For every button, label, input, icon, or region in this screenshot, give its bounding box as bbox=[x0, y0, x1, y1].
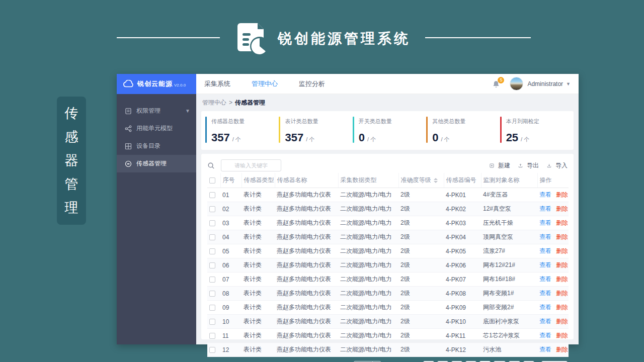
delete-link[interactable]: 删除 bbox=[556, 332, 568, 339]
table-row: 09表计类燕赵多功能电力仪表二次能源/电力/电力2级4-PK09网部变频2#查看… bbox=[207, 301, 569, 315]
cell-data-type: 二次能源/电力/电力 bbox=[338, 230, 398, 244]
banner-char: 理 bbox=[65, 201, 78, 215]
row-checkbox[interactable] bbox=[209, 347, 215, 353]
view-link[interactable]: 查看 bbox=[539, 346, 551, 353]
delete-link[interactable]: 删除 bbox=[556, 247, 568, 254]
notification-bell-button[interactable]: 5 bbox=[492, 78, 503, 90]
cell-no: 12 bbox=[220, 343, 242, 357]
row-checkbox[interactable] bbox=[209, 248, 215, 254]
row-checkbox[interactable] bbox=[209, 192, 215, 198]
breadcrumb: 管理中心>传感器管理 bbox=[201, 97, 574, 111]
table-row: 03表计类燕赵多功能电力仪表二次能源/电力/电力2级4-PK03压光机干燥查看删… bbox=[207, 216, 569, 230]
table-row: 12表计类燕赵多功能电力仪表二次能源/电力/电力2级4-PK12污水池查看删除 bbox=[207, 343, 569, 357]
new-file-icon bbox=[490, 162, 496, 169]
select-all-checkbox[interactable] bbox=[209, 177, 215, 184]
row-checkbox[interactable] bbox=[209, 291, 215, 297]
view-link[interactable]: 查看 bbox=[539, 247, 551, 254]
toolbar-buttons: 新建导出导入 bbox=[481, 161, 568, 170]
user-name[interactable]: Administrator bbox=[527, 80, 563, 87]
tab-collection-system[interactable]: 采集系统 bbox=[204, 79, 230, 88]
cell-target: 污水池 bbox=[481, 343, 537, 357]
import-button[interactable]: 导入 bbox=[547, 161, 568, 170]
avatar[interactable] bbox=[510, 77, 523, 90]
sidebar-item-label: 设备目录 bbox=[136, 142, 160, 150]
delete-link[interactable]: 删除 bbox=[556, 318, 568, 325]
row-checkbox[interactable] bbox=[209, 206, 215, 212]
delete-link[interactable]: 删除 bbox=[556, 233, 568, 240]
cell-accuracy: 2级 bbox=[398, 301, 444, 315]
cell-target: 底面衬冲浆泵 bbox=[481, 315, 537, 329]
view-link[interactable]: 查看 bbox=[539, 205, 551, 212]
delete-link[interactable]: 删除 bbox=[556, 304, 568, 311]
column-accuracy[interactable]: 准确度等级 bbox=[398, 173, 444, 188]
button-label: 导出 bbox=[527, 161, 539, 170]
sidebar-item-permission-management[interactable]: 权限管理▼ bbox=[117, 102, 196, 120]
cell-type: 表计类 bbox=[242, 230, 275, 244]
breadcrumb-parent[interactable]: 管理中心 bbox=[202, 99, 226, 106]
create-button[interactable]: 新建 bbox=[490, 161, 510, 170]
chevron-down-icon[interactable]: ▼ bbox=[566, 81, 571, 86]
sidebar-logo-text: 锐创云能源 bbox=[137, 79, 173, 88]
view-link[interactable]: 查看 bbox=[539, 290, 551, 297]
row-checkbox[interactable] bbox=[209, 333, 215, 339]
delete-link[interactable]: 删除 bbox=[556, 191, 568, 198]
cell-type: 表计类 bbox=[242, 273, 275, 287]
view-link[interactable]: 查看 bbox=[539, 233, 551, 240]
cell-name: 燕赵多功能电力仪表 bbox=[275, 273, 338, 287]
view-link[interactable]: 查看 bbox=[539, 191, 551, 198]
row-checkbox[interactable] bbox=[209, 319, 215, 325]
cell-type: 表计类 bbox=[242, 216, 275, 230]
cell-target: 网布变频1# bbox=[481, 287, 537, 301]
sort-icon[interactable] bbox=[434, 178, 438, 183]
search-input[interactable] bbox=[221, 159, 281, 171]
row-checkbox[interactable] bbox=[209, 262, 215, 268]
sidebar-item-device-catalog[interactable]: 设备目录 bbox=[117, 137, 196, 155]
sidebar-item-energy-unit-model[interactable]: 用能单元模型 bbox=[117, 120, 196, 137]
row-checkbox[interactable] bbox=[209, 220, 215, 226]
view-link[interactable]: 查看 bbox=[539, 219, 551, 226]
tab-management-center[interactable]: 管理中心 bbox=[252, 79, 278, 88]
cell-name: 燕赵多功能电力仪表 bbox=[275, 188, 338, 202]
column-actions: 操作 bbox=[537, 173, 569, 188]
delete-link[interactable]: 删除 bbox=[556, 219, 568, 226]
delete-link[interactable]: 删除 bbox=[556, 290, 568, 297]
row-checkbox[interactable] bbox=[209, 234, 215, 240]
column-sensor-name: 传感器名称 bbox=[275, 173, 338, 188]
stat-value: 0 bbox=[359, 131, 365, 144]
row-checkbox[interactable] bbox=[209, 277, 215, 283]
cell-data-type: 二次能源/电力/电力 bbox=[338, 315, 398, 329]
cell-name: 燕赵多功能电力仪表 bbox=[275, 244, 338, 258]
stat-card: 开关类总数量0/ 个 bbox=[353, 117, 426, 144]
page-title: 锐创能源管理系统 bbox=[278, 29, 411, 48]
cell-accuracy: 2级 bbox=[398, 273, 444, 287]
cell-code: 4-PK07 bbox=[444, 273, 481, 287]
stat-label: 本月到期检定 bbox=[506, 118, 539, 125]
view-link[interactable]: 查看 bbox=[539, 304, 551, 311]
cell-type: 表计类 bbox=[242, 329, 275, 343]
export-button[interactable]: 导出 bbox=[518, 161, 539, 170]
tab-monitor-analysis[interactable]: 监控分析 bbox=[299, 79, 325, 88]
cell-name: 燕赵多功能电力仪表 bbox=[275, 202, 338, 216]
cell-no: 06 bbox=[220, 258, 242, 273]
stat-card: 其他类总数量0/ 个 bbox=[426, 117, 500, 144]
delete-link[interactable]: 删除 bbox=[556, 346, 568, 353]
cell-code: 4-PK04 bbox=[444, 230, 481, 244]
cell-code: 4-PK09 bbox=[444, 301, 481, 315]
column-target-name: 监测对象名称 bbox=[481, 173, 537, 188]
delete-link[interactable]: 删除 bbox=[556, 276, 568, 283]
delete-link[interactable]: 删除 bbox=[556, 261, 568, 268]
chevron-down-icon: ▼ bbox=[185, 108, 190, 114]
cell-code: 4-PK03 bbox=[444, 216, 481, 230]
delete-link[interactable]: 删除 bbox=[556, 205, 568, 212]
view-link[interactable]: 查看 bbox=[539, 318, 551, 325]
view-link[interactable]: 查看 bbox=[539, 332, 551, 339]
cell-code: 4-PK10 bbox=[444, 315, 481, 329]
view-link[interactable]: 查看 bbox=[539, 261, 551, 268]
sidebar-item-sensor-management[interactable]: 传感器管理 bbox=[117, 155, 196, 172]
row-checkbox[interactable] bbox=[209, 305, 215, 311]
view-link[interactable]: 查看 bbox=[539, 276, 551, 283]
cell-data-type: 二次能源/电力/电力 bbox=[338, 287, 398, 301]
sensor-table: 序号 传感器类型▼ 传感器名称 采集数据类型 准确度等级 传感器编号 监测对象名… bbox=[207, 173, 569, 357]
stat-unit: / 个 bbox=[521, 136, 529, 142]
column-sensor-type[interactable]: 传感器类型▼ bbox=[242, 173, 275, 188]
